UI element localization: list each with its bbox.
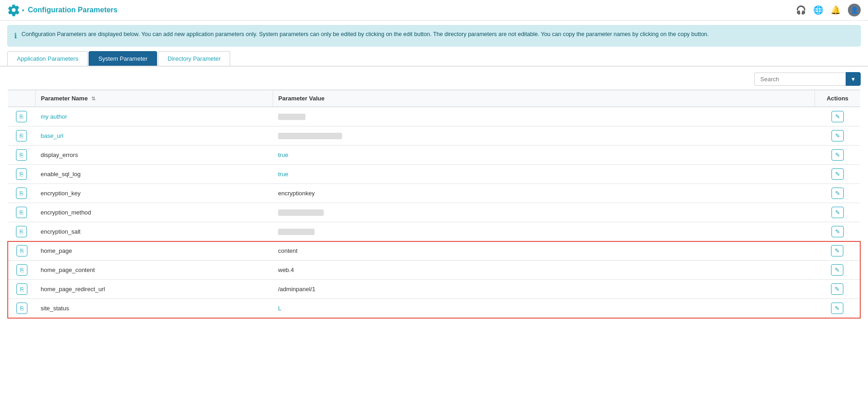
table-row-highlighted: ⎘ home_page content ✎ [8, 241, 860, 261]
copy-button[interactable]: ⎘ [16, 130, 27, 141]
param-value-cell [273, 203, 815, 222]
copy-button[interactable]: ⎘ [16, 149, 27, 161]
copy-button[interactable]: ⎘ [16, 226, 27, 237]
param-name-cell: encryption_salt [35, 222, 273, 241]
highlighted-rows: ⎘ home_page content ✎ ⎘ home_page_conten… [8, 241, 860, 319]
table-row: ⎘ enable_sql_log true ✎ [8, 165, 860, 184]
copy-button[interactable]: ⎘ [16, 245, 27, 256]
copy-cell: ⎘ [8, 126, 35, 146]
param-name-cell: enable_sql_log [35, 165, 273, 184]
copy-cell: ⎘ [8, 222, 35, 241]
parameters-table: Parameter Name ⇅ Parameter Value Actions… [7, 89, 861, 319]
actions-cell: ✎ [815, 146, 860, 165]
header-icons: 🎧 🌐 🔔 👤 [796, 4, 861, 16]
param-value-cell: L [273, 299, 815, 319]
globe-icon[interactable]: 🌐 [813, 5, 823, 15]
headset-icon[interactable]: 🎧 [796, 5, 806, 15]
table-row: ⎘ encryption_key encryptionkey ✎ [8, 184, 860, 203]
param-name-cell: home_page_content [35, 261, 273, 280]
search-dropdown-button[interactable]: ▾ [846, 72, 861, 86]
param-value-cell [273, 107, 815, 126]
param-value-cell: true [273, 146, 815, 165]
copy-button[interactable]: ⎘ [16, 111, 27, 122]
info-text: Configuration Parameters are displayed b… [21, 30, 709, 39]
tabs-bar: Application Parameters System Parameter … [0, 51, 868, 67]
copy-button[interactable]: ⎘ [16, 207, 27, 218]
page-title: Configuration Parameters [28, 6, 117, 14]
copy-cell: ⎘ [8, 184, 35, 203]
col-header-actions: Actions [815, 90, 860, 107]
tab-directory-parameter[interactable]: Directory Parameter [158, 51, 230, 66]
param-name-cell: encryption_key [35, 184, 273, 203]
param-value-cell: true [273, 165, 815, 184]
info-banner: ℹ Configuration Parameters are displayed… [7, 25, 861, 47]
col-header-copy [8, 90, 35, 107]
param-name-cell: home_page_redirect_url [35, 280, 273, 299]
user-avatar[interactable]: 👤 [848, 4, 861, 16]
copy-button[interactable]: ⎘ [16, 283, 27, 295]
actions-cell: ✎ [815, 184, 860, 203]
search-input[interactable] [754, 73, 846, 86]
actions-cell: ✎ [815, 203, 860, 222]
table-row: ⎘ encryption_method ✎ [8, 203, 860, 222]
copy-cell: ⎘ [8, 241, 35, 261]
sort-icon-name[interactable]: ⇅ [91, 96, 95, 101]
edit-button[interactable]: ✎ [831, 226, 844, 237]
actions-cell: ✎ [815, 241, 860, 261]
param-name-cell: display_errors [35, 146, 273, 165]
copy-cell: ⎘ [8, 261, 35, 280]
header-dropdown-arrow[interactable]: ▾ [22, 8, 24, 13]
copy-button[interactable]: ⎘ [16, 303, 27, 314]
param-value-cell [273, 222, 815, 241]
actions-cell: ✎ [815, 261, 860, 280]
tab-system-parameter[interactable]: System Parameter [89, 51, 157, 66]
param-value-cell: web.4 [273, 261, 815, 280]
edit-button[interactable]: ✎ [831, 188, 844, 199]
table-row-highlighted: ⎘ home_page_content web.4 ✎ [8, 261, 860, 280]
param-name-cell: site_status [35, 299, 273, 319]
copy-cell: ⎘ [8, 146, 35, 165]
actions-cell: ✎ [815, 222, 860, 241]
edit-button[interactable]: ✎ [831, 207, 844, 218]
edit-button[interactable]: ✎ [831, 149, 844, 161]
copy-cell: ⎘ [8, 280, 35, 299]
param-name-cell: encryption_method [35, 203, 273, 222]
param-name-cell: base_url [35, 126, 273, 146]
search-bar: ▾ [0, 67, 868, 89]
copy-cell: ⎘ [8, 203, 35, 222]
info-icon: ℹ [14, 31, 17, 42]
bell-icon[interactable]: 🔔 [831, 5, 841, 15]
param-value-cell [273, 126, 815, 146]
table-row-highlighted: ⎘ home_page_redirect_url /adminpanel/1 ✎ [8, 280, 860, 299]
edit-button[interactable]: ✎ [831, 245, 843, 256]
edit-button[interactable]: ✎ [831, 283, 843, 295]
table-row: ⎘ my author ✎ [8, 107, 860, 126]
copy-cell: ⎘ [8, 299, 35, 319]
param-value-cell: content [273, 241, 815, 261]
edit-button[interactable]: ✎ [831, 168, 844, 180]
table-row: ⎘ base_url ✎ [8, 126, 860, 146]
param-name-cell: my author [35, 107, 273, 126]
actions-cell: ✎ [815, 107, 860, 126]
param-value-cell: encryptionkey [273, 184, 815, 203]
table-wrap: Parameter Name ⇅ Parameter Value Actions… [0, 89, 868, 319]
edit-button[interactable]: ✎ [831, 111, 844, 122]
edit-button[interactable]: ✎ [831, 264, 843, 276]
header: ▾ Configuration Parameters 🎧 🌐 🔔 👤 [0, 0, 868, 21]
copy-cell: ⎘ [8, 165, 35, 184]
actions-cell: ✎ [815, 165, 860, 184]
copy-button[interactable]: ⎘ [16, 168, 27, 180]
table-header-row: Parameter Name ⇅ Parameter Value Actions [8, 90, 860, 107]
header-left: ▾ Configuration Parameters [7, 4, 117, 16]
copy-button[interactable]: ⎘ [16, 188, 27, 199]
actions-cell: ✎ [815, 280, 860, 299]
edit-button[interactable]: ✎ [831, 130, 844, 141]
edit-button[interactable]: ✎ [831, 303, 843, 314]
actions-cell: ✎ [815, 299, 860, 319]
app-logo[interactable]: ▾ [7, 4, 24, 16]
col-header-value: Parameter Value [273, 90, 815, 107]
tab-application-parameters[interactable]: Application Parameters [7, 51, 88, 66]
table-row-highlighted: ⎘ site_status L ✎ [8, 299, 860, 319]
param-value-cell: /adminpanel/1 [273, 280, 815, 299]
copy-button[interactable]: ⎘ [16, 264, 27, 276]
